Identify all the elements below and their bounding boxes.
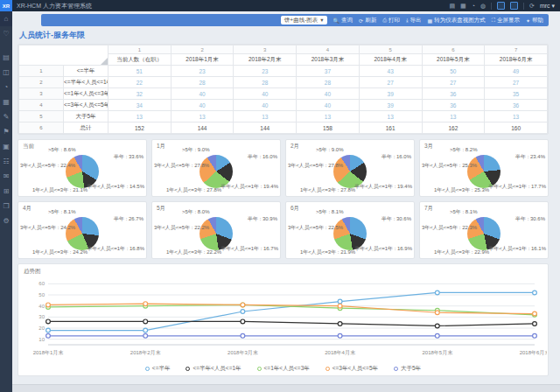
sidebar-report-icon[interactable]: ☷ <box>0 154 12 169</box>
sidebar-salary-icon[interactable]: ▦ <box>0 94 12 109</box>
cell-value[interactable]: 28 <box>171 77 234 88</box>
cell-value[interactable]: 13 <box>422 111 485 122</box>
globe-icon[interactable]: ◍ <box>480 3 486 9</box>
cell-value[interactable]: 13 <box>171 111 234 122</box>
dashboard-view-button[interactable]: ▦转为仪表盘视图方式 <box>428 17 486 24</box>
sidebar-mail-icon[interactable]: ✉ <box>0 169 12 184</box>
cell-value[interactable]: 23 <box>234 66 297 77</box>
cell-value[interactable]: 51 <box>108 66 172 77</box>
pie-slice-label: 半年 : 30.6% <box>515 215 545 223</box>
notes-icon[interactable]: ▤ <box>449 3 455 9</box>
trend-line-chart: 1020304050602018年1月末2018年2月末2018年3月末2018… <box>22 275 547 359</box>
sidebar-document-icon[interactable]: ❒ <box>0 199 12 214</box>
legend-item[interactable]: 大于5年 <box>394 365 421 373</box>
navbar-divider <box>523 3 524 10</box>
user-menu[interactable]: mrc ▾ <box>540 3 555 10</box>
bottom-scroll-strip[interactable] <box>12 384 560 392</box>
cell-value[interactable]: 35 <box>485 88 548 100</box>
row-label: 大于5年 <box>64 111 108 122</box>
cell-value[interactable]: 40 <box>234 88 297 100</box>
cell-value[interactable]: 22 <box>108 77 172 88</box>
cell-value[interactable]: 13 <box>108 111 172 122</box>
pie-slice-label: 半年 : 26.7% <box>114 215 144 223</box>
search-button[interactable]: 🔍查询 <box>333 17 354 24</box>
svg-text:2018年5月末: 2018年5月末 <box>422 350 452 356</box>
cell-value[interactable]: 28 <box>297 77 360 88</box>
cell-value[interactable]: 36 <box>422 100 485 111</box>
cell-value[interactable]: 23 <box>171 66 234 77</box>
pie-slice-label: >5年 : 8.1% <box>316 208 344 216</box>
cell-value[interactable]: 13 <box>359 111 422 122</box>
help-button[interactable]: ✦帮助 <box>526 17 543 24</box>
pie-slice-label: 半年<人员<=1年 : 16.1% <box>488 245 546 253</box>
pie-slice-label: 3年<人员<=5年 : 25.3% <box>422 162 477 170</box>
sidebar-chart-icon[interactable]: ⊞ <box>0 184 12 199</box>
cell-value[interactable]: 36 <box>485 100 548 111</box>
cell-value[interactable]: 13 <box>234 111 297 122</box>
legend-item[interactable]: <=3年<人员<=5年 <box>326 365 378 373</box>
sidebar-home-icon[interactable]: ⌂ <box>0 11 12 26</box>
pie-slice-label: 半年<人员<=1年 : 16.8% <box>87 245 144 253</box>
fullscreen-button[interactable]: ⛶全屏显示 <box>492 17 520 24</box>
pie-slice-label: 半年<人员<=1年 : 17.7% <box>488 183 546 191</box>
refresh-button-label: 刷新 <box>365 17 376 24</box>
app-switcher-tile[interactable] <box>497 2 505 10</box>
cell-value[interactable]: 39 <box>359 88 422 100</box>
user-panel-tile[interactable] <box>510 2 518 10</box>
sidebar-favorite-icon[interactable]: ♡ <box>0 26 12 41</box>
pie-slice-label: >5年 : 9.0% <box>182 146 210 154</box>
calendar-icon[interactable]: ▦ <box>460 3 466 9</box>
pie-slice-label: 1年<人员<=3年 : 24.2% <box>32 248 88 256</box>
sidebar-org-icon[interactable]: ▤ <box>0 50 12 65</box>
sidebar-training-icon[interactable]: ⚑ <box>0 124 12 139</box>
cell-value[interactable]: 40 <box>297 88 360 100</box>
pie-card-3月: 3月半年 : 23.4%半年<人员<=1年 : 17.7%1年<人员<=3年 :… <box>419 139 549 197</box>
cell-value[interactable]: 27 <box>485 77 548 88</box>
row-index: 1 <box>19 66 64 77</box>
print-button[interactable]: ⎙打印 <box>382 17 400 24</box>
legend-item[interactable]: <=半年 <box>145 365 171 373</box>
export-button[interactable]: ⤓导出 <box>406 17 422 24</box>
column-index: 1 <box>108 46 172 54</box>
clock-icon[interactable]: ◔ <box>472 3 475 9</box>
cell-value[interactable]: 40 <box>171 100 234 111</box>
pie-slice-label: >5年 : 8.1% <box>48 208 76 216</box>
left-sidebar: ⌂♡▤◫◔▦✎⚑▣☷✉⊞❒⚙ <box>0 11 12 392</box>
cell-value[interactable]: 39 <box>359 100 422 111</box>
cell-value[interactable]: 40 <box>297 100 360 111</box>
legend-item[interactable]: <=半年<人员<=1年 <box>186 365 241 373</box>
sidebar-settings-icon[interactable]: ⚙ <box>0 214 12 228</box>
cell-value[interactable]: 27 <box>359 77 422 88</box>
cell-value[interactable]: 40 <box>171 88 234 100</box>
cell-value[interactable]: 37 <box>297 66 360 77</box>
service-years-table: 1234567当前人数（在职）2018年1月末2018年2月末2018年3月末2… <box>18 45 548 134</box>
sidebar-recruit-icon[interactable]: ✎ <box>0 109 12 124</box>
svg-text:2018年6月末: 2018年6月末 <box>520 350 547 356</box>
cell-value[interactable]: 13 <box>297 111 360 122</box>
legend-item[interactable]: <=1年<人员<=3年 <box>257 365 310 373</box>
sidebar-attendance-icon[interactable]: ◔ <box>0 80 12 94</box>
sidebar-performance-icon[interactable]: ▣ <box>0 139 12 154</box>
pie-card-7月: 7月半年 : 30.6%半年<人员<=1年 : 16.1%1年<人员<=3年 :… <box>419 201 549 259</box>
cell-value[interactable]: 32 <box>108 88 172 100</box>
cell-value[interactable]: 49 <box>485 66 548 77</box>
cell-value[interactable]: 34 <box>108 100 172 111</box>
cell-value[interactable]: 50 <box>422 66 485 77</box>
cell-value[interactable]: 43 <box>359 66 422 77</box>
cell-value[interactable]: 13 <box>485 111 548 122</box>
sidebar-employee-icon[interactable]: ◫ <box>0 65 12 80</box>
legend-marker-icon <box>394 367 398 371</box>
pie-card-title: 5月 <box>157 205 165 213</box>
search-button-label: 查询 <box>341 17 353 24</box>
column-index: 2 <box>171 46 234 54</box>
pie-slice-label: 3年<人员<=5年 : 22.2% <box>154 224 209 232</box>
cell-value[interactable]: 36 <box>422 88 485 100</box>
cell-value[interactable]: 27 <box>422 77 485 88</box>
cell-value[interactable]: 40 <box>234 100 297 111</box>
cell-value[interactable]: 28 <box>234 77 297 88</box>
view-type-dropdown[interactable]: 饼+曲线-图表 ▾ <box>281 16 327 24</box>
pie-slice-label: 3年<人员<=5年 : 27.8% <box>154 162 209 170</box>
refresh-icon[interactable]: ⟳ <box>529 3 535 9</box>
refresh-button[interactable]: ⟳刷新 <box>359 17 376 24</box>
table-row: 5大于5年13131313131313 <box>19 111 548 122</box>
